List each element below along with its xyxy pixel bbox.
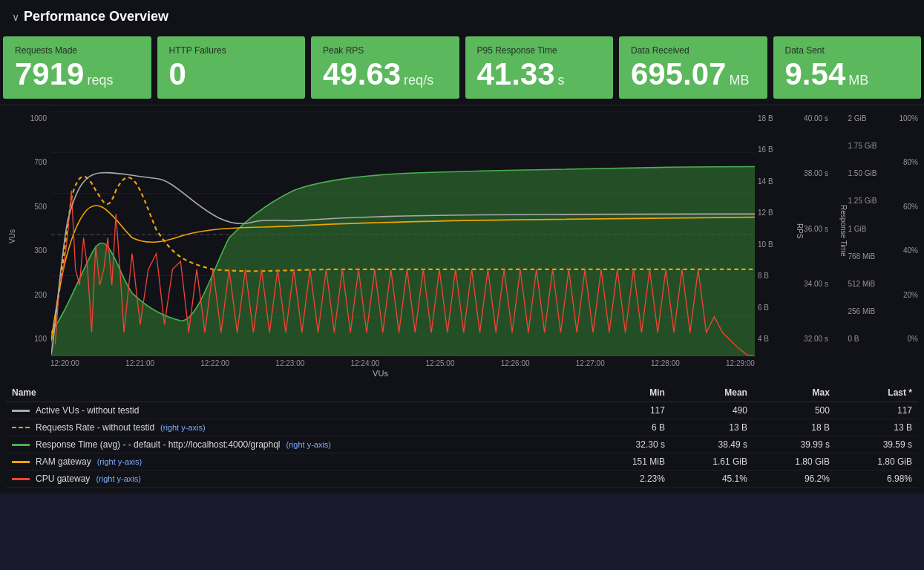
- stat-card-value-5: 9.54 MB: [785, 59, 910, 90]
- chevron-icon: ∨: [12, 11, 19, 23]
- y-axis-response-time-label: Response Time: [839, 111, 848, 356]
- stat-card-value-0: 7919 reqs: [15, 59, 140, 90]
- y-axis-rps-label: RPS: [795, 111, 805, 356]
- legend-row: Active VUs - without testid 117 490 500 …: [6, 402, 918, 419]
- stat-card-1: HTTP Failures 0: [157, 36, 306, 99]
- legend-name-1: Requests Rate - without testid (right y-…: [12, 422, 586, 433]
- y-axis-response-time: 40.00 s 38.00 s 36.00 s 34.00 s 32.00 s: [804, 111, 839, 356]
- right-axes: 18 B 16 B 14 B 12 B 10 B 8 B 6 B 4 B RPS…: [755, 111, 918, 356]
- legend-header-name: Name: [6, 384, 592, 402]
- legend-line-2: [12, 444, 30, 446]
- stat-cards-row: Requests Made 7919 reqs HTTP Failures 0 …: [0, 33, 924, 105]
- stat-card-value-4: 695.07 MB: [631, 59, 756, 90]
- page-title: Performance Overview: [24, 9, 168, 24]
- stat-card-value-1: 0: [169, 59, 294, 90]
- stat-card-2: Peak RPS 49.63 req/s: [311, 36, 459, 99]
- stat-card-value-3: 41.33 s: [477, 59, 602, 90]
- legend-line-3: [12, 461, 30, 463]
- y-axis-left-label: VUs: [6, 111, 18, 356]
- legend-header-mean: Mean: [671, 384, 753, 402]
- legend-name-4: CPU gateway (right y-axis): [12, 474, 586, 484]
- legend-row: RAM gateway (right y-axis) 151 MiB 1.61 …: [6, 453, 918, 471]
- legend-row: Response Time (avg) - - default - http:/…: [6, 436, 918, 453]
- stat-card-0: Requests Made 7919 reqs: [3, 36, 151, 99]
- stat-card-5: Data Sent 9.54 MB: [773, 36, 922, 99]
- chart-section: VUs 1000 700 500 300 200 100: [0, 105, 924, 494]
- legend-name-3: RAM gateway (right y-axis): [12, 456, 586, 467]
- stat-card-label-1: HTTP Failures: [169, 45, 294, 56]
- legend-name-2: Response Time (avg) - - default - http:/…: [12, 439, 586, 450]
- legend-line-dashed-1: [12, 427, 30, 428]
- legend-name-0: Active VUs - without testid: [12, 405, 586, 416]
- stat-card-value-2: 49.63 req/s: [323, 59, 448, 90]
- legend-header-min: Min: [592, 384, 671, 402]
- legend-header-max: Max: [753, 384, 836, 402]
- y-axis-left: 1000 700 500 300 200 100: [18, 111, 51, 356]
- stat-card-label-4: Data Received: [631, 45, 756, 56]
- chart-canvas[interactable]: [51, 111, 755, 356]
- header: ∨ Performance Overview: [0, 0, 924, 33]
- stat-card-label-3: P95 Response Time: [477, 45, 602, 56]
- stat-card-label-2: Peak RPS: [323, 45, 448, 56]
- stat-card-4: Data Received 695.07 MB: [619, 36, 767, 99]
- legend-line-0: [12, 410, 30, 412]
- stat-card-label-5: Data Sent: [785, 45, 910, 56]
- stat-card-3: P95 Response Time 41.33 s: [465, 36, 614, 99]
- legend-header-last: Last *: [836, 384, 918, 402]
- stat-card-label-0: Requests Made: [15, 45, 140, 56]
- y-axis-percent: 100% 80% 60% 40% 20% 0%: [888, 111, 918, 356]
- legend-row: Requests Rate - without testid (right y-…: [6, 419, 918, 436]
- y-axis-memory: 2 GiB 1.75 GiB 1.50 GiB 1.25 GiB 1 GiB 7…: [848, 111, 888, 356]
- x-axis: 12:20:00 12:21:00 12:22:00 12:23:00 12:2…: [6, 356, 755, 369]
- legend-table: Name Min Mean Max Last * Active VUs - wi…: [6, 384, 918, 488]
- legend-line-4: [12, 478, 30, 480]
- legend-row: CPU gateway (right y-axis) 2.23% 45.1% 9…: [6, 471, 918, 488]
- x-axis-title: VUs: [6, 369, 755, 378]
- y-axis-rps: 18 B 16 B 14 B 12 B 10 B 8 B 6 B 4 B: [758, 111, 795, 356]
